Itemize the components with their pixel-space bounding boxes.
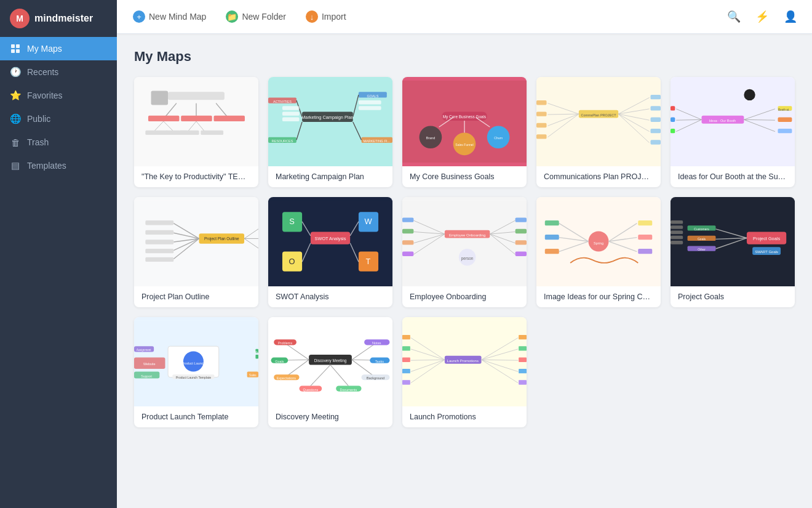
nav-favorites[interactable]: ⭐ Favorites — [0, 84, 117, 107]
nav-templates-label: Templates — [27, 161, 66, 171]
map-card-5[interactable]: Ideas - Our Booth Booth at... — [671, 77, 795, 187]
svg-point-75 — [744, 89, 755, 100]
public-icon: 🌐 — [10, 113, 21, 124]
svg-rect-136 — [402, 252, 413, 256]
map-card-13[interactable]: Launch Promotions — [402, 317, 527, 427]
svg-rect-66 — [536, 111, 547, 116]
nav-favorites-label: Favorites — [27, 91, 63, 100]
map-card-11[interactable]: Product Launch Product Launch Template M… — [134, 317, 258, 427]
svg-text:Expectations: Expectations — [277, 376, 297, 380]
map-card-2[interactable]: Marketing Campaign Plan ACTIVITIES GOALS… — [268, 77, 392, 187]
map-thumbnail-6: Project Plan Outline — [134, 197, 258, 286]
map-thumbnail-12: Discovery Meeting Problems Goals Expecta… — [268, 317, 392, 406]
map-thumbnail-11: Product Launch Product Launch Template M… — [134, 317, 258, 406]
map-thumbnail-2: Marketing Campaign Plan ACTIVITIES GOALS… — [268, 77, 392, 166]
svg-rect-53 — [536, 81, 661, 163]
svg-text:Other: Other — [698, 248, 706, 251]
logo[interactable]: M mindmeister — [0, 0, 117, 37]
svg-rect-38 — [282, 118, 300, 121]
svg-rect-6 — [151, 91, 169, 105]
svg-text:Background: Background — [367, 376, 384, 380]
svg-rect-238 — [402, 380, 410, 384]
svg-text:Churn: Churn — [494, 136, 503, 140]
activity-button[interactable]: ⚡ — [753, 7, 771, 26]
svg-text:Employee Onboarding: Employee Onboarding — [449, 233, 485, 237]
svg-rect-234 — [402, 335, 410, 339]
import-icon: ↓ — [306, 10, 318, 23]
map-card-12[interactable]: Discovery Meeting Problems Goals Expecta… — [268, 317, 392, 427]
map-card-7[interactable]: SWOT Analysis S W O T — [268, 197, 392, 307]
svg-text:Tasks: Tasks — [375, 360, 384, 363]
map-card-1[interactable]: "The Key to Productivity" TEDxVi... — [134, 77, 258, 187]
toolbar-right: 🔍 ⚡ 👤 — [725, 7, 800, 26]
svg-text:Project Plan Outline: Project Plan Outline — [204, 236, 239, 241]
svg-text:Booth at...: Booth at... — [778, 108, 791, 111]
svg-text:Support: Support — [141, 374, 152, 378]
svg-rect-241 — [519, 358, 527, 362]
map-card-8[interactable]: Employee Onboarding — [402, 197, 527, 307]
search-button[interactable]: 🔍 — [725, 7, 743, 26]
svg-text:Sales: Sales — [249, 374, 257, 377]
map-card-6[interactable]: Project Plan Outline — [134, 197, 258, 307]
new-mind-map-button[interactable]: + New Mind Map — [129, 8, 210, 25]
new-folder-button[interactable]: 📁 New Folder — [222, 8, 290, 25]
svg-rect-175 — [671, 236, 683, 240]
import-button[interactable]: ↓ Import — [302, 8, 350, 25]
nav-recents-label: Recents — [27, 67, 58, 77]
new-folder-label: New Folder — [242, 12, 286, 22]
svg-rect-90 — [778, 129, 792, 133]
map-thumbnail-1 — [134, 77, 258, 166]
svg-rect-237 — [402, 369, 410, 373]
my-maps-icon — [10, 43, 21, 54]
svg-text:Questions: Questions — [303, 388, 318, 392]
map-label-8: Employee Onboarding — [402, 286, 527, 307]
nav-my-maps[interactable]: My Maps — [0, 37, 117, 60]
nav-public-label: Public — [27, 114, 50, 124]
nav-recents[interactable]: 🕐 Recents — [0, 60, 117, 84]
map-label-4: Communications Plan PROJECT ... — [536, 166, 661, 187]
user-profile-button[interactable]: 👤 — [781, 7, 800, 26]
svg-rect-100 — [145, 230, 173, 235]
new-mind-map-label: New Mind Map — [149, 12, 206, 22]
svg-rect-71 — [650, 118, 661, 122]
map-card-4[interactable]: CommsPlan PROJECT — [536, 77, 661, 187]
map-card-3[interactable]: My Core Business Goals Brand Sales Funne… — [402, 77, 527, 187]
svg-rect-239 — [519, 335, 527, 339]
svg-rect-19 — [179, 131, 199, 135]
map-card-10[interactable]: Project Goals SMART Goals Customers Goal… — [671, 197, 795, 307]
svg-text:Brand: Brand — [426, 136, 436, 140]
map-label-5: Ideas for Our Booth at the Summit — [671, 166, 795, 187]
nav-public[interactable]: 🌐 Public — [0, 107, 117, 131]
map-thumbnail-8: Employee Onboarding — [402, 197, 527, 286]
templates-icon: ▤ — [10, 160, 21, 171]
svg-rect-20 — [201, 131, 223, 135]
svg-rect-2 — [11, 49, 15, 53]
map-label-3: My Core Business Goals — [402, 166, 527, 187]
svg-rect-235 — [402, 346, 410, 350]
svg-text:Marketing Campaign Plan: Marketing Campaign Plan — [301, 115, 353, 120]
svg-text:RESOURCES: RESOURCES — [272, 139, 293, 143]
nav-trash[interactable]: 🗑 Trash — [0, 131, 117, 154]
svg-rect-11 — [181, 116, 212, 121]
svg-rect-122 — [402, 201, 527, 283]
map-label-2: Marketing Campaign Plan — [268, 166, 392, 187]
svg-rect-10 — [148, 116, 179, 121]
svg-text:Problems: Problems — [278, 341, 292, 345]
svg-rect-85 — [671, 118, 675, 122]
maps-grid: "The Key to Productivity" TEDxVi... Mark… — [134, 77, 795, 427]
svg-rect-99 — [145, 220, 173, 225]
svg-text:Notes: Notes — [372, 341, 381, 345]
svg-rect-135 — [402, 240, 413, 244]
nav-templates[interactable]: ▤ Templates — [0, 154, 117, 177]
svg-rect-138 — [515, 229, 527, 233]
svg-rect-172 — [671, 220, 683, 224]
svg-rect-156 — [638, 235, 652, 240]
svg-text:SMART Goals: SMART Goals — [755, 250, 778, 254]
svg-rect-70 — [650, 106, 661, 110]
svg-text:W: W — [364, 217, 372, 226]
svg-rect-5 — [168, 92, 225, 100]
svg-text:Customers: Customers — [694, 227, 709, 231]
svg-text:CommsPlan PROJECT: CommsPlan PROJECT — [581, 113, 616, 117]
svg-rect-84 — [671, 106, 675, 110]
map-card-9[interactable]: Spring — [536, 197, 661, 307]
